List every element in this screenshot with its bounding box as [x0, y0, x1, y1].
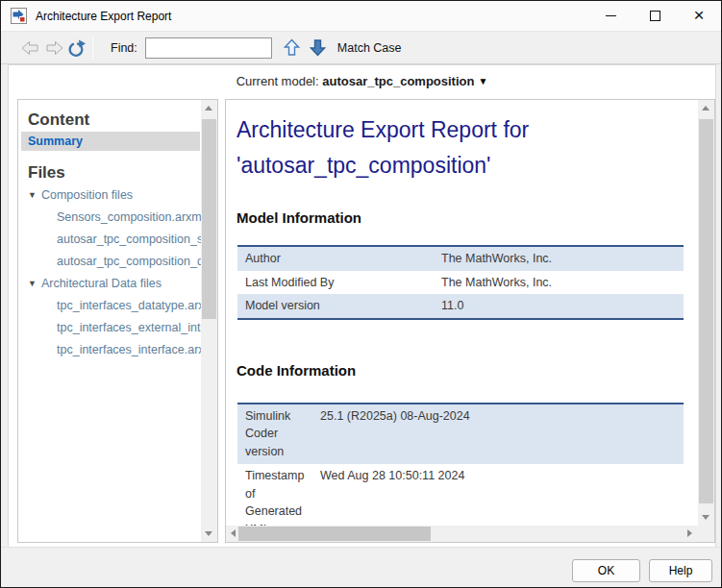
- tree-file-link[interactable]: autosar_tpc_composition_sw.arxml: [18, 229, 201, 251]
- content-heading: Content: [28, 110, 201, 131]
- collapse-triangle-icon[interactable]: ▼: [28, 190, 37, 200]
- scrollbar-corner: [698, 526, 714, 542]
- refresh-button[interactable]: [66, 38, 87, 58]
- find-next-button[interactable]: [310, 38, 326, 57]
- maximize-icon: [650, 11, 660, 21]
- sidebar-item-summary[interactable]: Summary: [21, 132, 200, 151]
- tree-file-link[interactable]: Sensors_composition.arxml: [18, 207, 201, 229]
- contents-panel: Content Summary Files ▼Composition files…: [17, 99, 218, 543]
- table-row: Simulink Coder version25.1 (R2025a) 08-A…: [237, 404, 684, 465]
- report-title: Architecture Export Report for 'autosar_…: [237, 112, 694, 184]
- scrollbar-thumb[interactable]: [202, 119, 216, 319]
- find-input[interactable]: [145, 37, 272, 59]
- scrollbar-thumb[interactable]: [699, 119, 713, 503]
- title-bar: Architecture Export Report ×: [1, 1, 721, 31]
- dialog-window: Architecture Export Report × Find: Match…: [0, 0, 722, 588]
- model-information-heading: Model Information: [237, 209, 698, 227]
- ok-button[interactable]: OK: [572, 559, 640, 582]
- scrollbar-thumb[interactable]: [238, 527, 431, 541]
- report-vertical-scrollbar[interactable]: [698, 100, 714, 526]
- collapse-triangle-icon[interactable]: ▼: [28, 279, 37, 288]
- contents-tree: Content Summary Files ▼Composition files…: [18, 100, 201, 542]
- close-icon: ×: [693, 6, 704, 24]
- tree-file-link[interactable]: autosar_tpc_composition_dt.arxml: [18, 251, 201, 273]
- code-information-heading: Code Information: [237, 362, 698, 380]
- tree-group-composition-files[interactable]: ▼Composition files: [18, 184, 201, 207]
- current-model-label: Current model:: [237, 74, 319, 88]
- maximize-button[interactable]: [633, 1, 677, 31]
- app-icon: [11, 8, 27, 24]
- report-content-frame: Current model: autosar_tpc_composition▼ …: [8, 64, 716, 549]
- report-panel: Architecture Export Report for 'autosar_…: [225, 99, 715, 543]
- sidebar-vertical-scrollbar[interactable]: [201, 100, 217, 542]
- tree-file-link[interactable]: tpc_interfaces_external_interf.arxml: [18, 317, 201, 339]
- scroll-down-button[interactable]: [698, 509, 714, 526]
- files-heading: Files: [28, 162, 201, 184]
- footer-bar: OK Help: [1, 547, 721, 587]
- table-row: Last Modified ByThe MathWorks, Inc.: [237, 271, 684, 295]
- model-information-table: AuthorThe MathWorks, Inc. Last Modified …: [237, 245, 684, 320]
- match-case-label[interactable]: Match Case: [337, 41, 402, 55]
- find-previous-button[interactable]: [284, 38, 300, 57]
- current-model-name[interactable]: autosar_tpc_composition: [322, 74, 474, 88]
- code-information-table: Simulink Coder version25.1 (R2025a) 08-A…: [237, 403, 684, 527]
- minimize-icon: [606, 15, 616, 16]
- window-title: Architecture Export Report: [36, 10, 588, 23]
- current-model-bar: Current model: autosar_tpc_composition▼: [9, 74, 715, 88]
- scroll-up-button[interactable]: [698, 100, 714, 116]
- forward-button[interactable]: [45, 40, 64, 56]
- tree-file-link[interactable]: tpc_interfaces_interface.arxml: [18, 339, 201, 361]
- minimize-button[interactable]: [588, 1, 633, 31]
- toolbar: Find: Match Case: [1, 31, 721, 64]
- table-row: Model version11.0: [237, 294, 684, 319]
- report-body: Architecture Export Report for 'autosar_…: [226, 100, 698, 526]
- find-label: Find:: [111, 41, 137, 55]
- table-row: AuthorThe MathWorks, Inc.: [237, 246, 684, 271]
- model-dropdown-icon[interactable]: ▼: [478, 76, 487, 86]
- scroll-right-button[interactable]: [682, 526, 698, 542]
- tree-group-architectural-data-files[interactable]: ▼Architectural Data files: [18, 273, 201, 295]
- report-horizontal-scrollbar[interactable]: [226, 526, 698, 542]
- files-tree: ▼Composition files Sensors_composition.a…: [18, 184, 201, 361]
- toolbar-separator: [92, 37, 93, 60]
- scroll-down-button[interactable]: [201, 526, 217, 542]
- tree-file-link[interactable]: tpc_interfaces_datatype.arxml: [18, 295, 201, 317]
- scroll-up-button[interactable]: [201, 100, 217, 116]
- table-row: Timestamp of Generated XMLWed Aug 28 10:…: [237, 464, 684, 526]
- help-button[interactable]: Help: [649, 559, 712, 582]
- close-button[interactable]: ×: [677, 1, 721, 31]
- back-button[interactable]: [20, 40, 39, 56]
